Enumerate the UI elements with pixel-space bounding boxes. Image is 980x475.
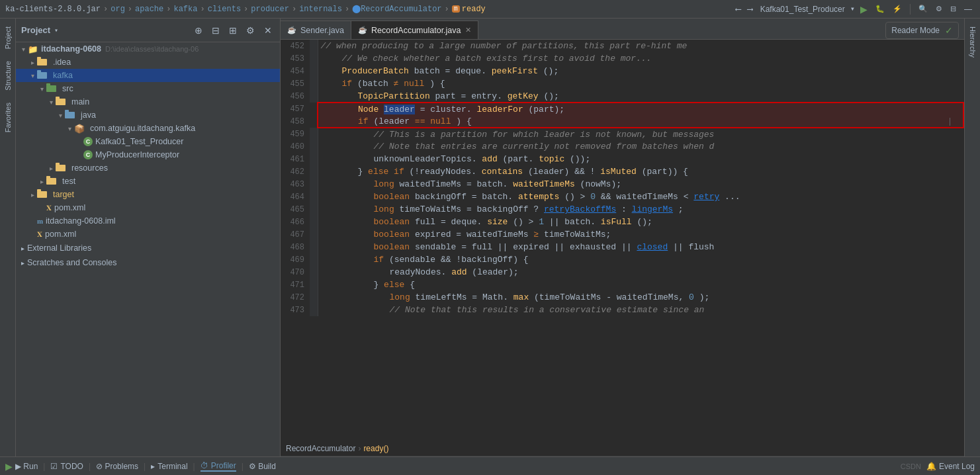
status-problems[interactable]: ⊘ Problems xyxy=(96,462,138,471)
code-471: } else { xyxy=(318,279,963,291)
breadcrumb-kafka[interactable]: kafka xyxy=(173,5,197,14)
recordacc-tab-close[interactable]: ✕ xyxy=(465,26,471,34)
tree-item-kafka[interactable]: ▾ kafka xyxy=(16,69,280,82)
tab-sender[interactable]: ☕ Sender.java xyxy=(281,21,351,39)
breadcrumb-internals[interactable]: internals xyxy=(299,5,342,14)
line-464: 464 boolean backingOff = batch. attempts… xyxy=(281,191,963,203)
nav-icon-1[interactable]: ⟵ xyxy=(734,4,743,15)
sidebar-settings-button[interactable]: ⚙ xyxy=(244,24,257,37)
coverage-button[interactable]: ⚡ xyxy=(890,3,905,15)
svg-rect-13 xyxy=(46,176,50,179)
code-465: long timeToWaitMs = backingOff ? retryBa… xyxy=(318,203,963,216)
tree-item-root[interactable]: ▾ 📁 itdachang-0608 D:\idea\classes\itdac… xyxy=(16,42,280,56)
code-table: 452 // when producing to a large number … xyxy=(281,40,964,316)
gutter-468 xyxy=(310,241,318,253)
vtab-hierarchy[interactable]: Hierarchy xyxy=(966,21,979,63)
linenum-471: 471 xyxy=(281,279,310,291)
breadcrumb-apache[interactable]: apache xyxy=(135,5,163,14)
tree-item-pom1[interactable]: 𝐗 pom.xml xyxy=(16,201,280,214)
linenum-460: 460 xyxy=(281,140,310,153)
gutter-466 xyxy=(310,216,318,228)
sep8: › xyxy=(445,5,449,14)
breadcrumb-clients[interactable]: clients xyxy=(208,5,241,14)
sidebar-close-button[interactable]: ✕ xyxy=(261,24,275,37)
locate-file-button[interactable]: ⊕ xyxy=(192,24,205,37)
sep7: › xyxy=(345,5,349,14)
arrow-src: ▾ xyxy=(37,85,46,93)
breadcrumb-producer[interactable]: producer xyxy=(251,5,289,14)
gutter-453 xyxy=(310,52,318,65)
status-run-label[interactable]: ▶ Run xyxy=(15,462,38,471)
package-name: com.atguigu.itdachang.kafka xyxy=(90,124,195,133)
reader-mode-popup[interactable]: Reader Mode ✓ xyxy=(885,22,959,39)
sender-tab-label: Sender.java xyxy=(300,26,344,35)
ext-libs-label: External Libraries xyxy=(27,243,91,253)
vtab-favorites[interactable]: Favorites xyxy=(1,97,15,138)
status-event-log[interactable]: 🔔 Event Log xyxy=(926,462,975,471)
nav-method[interactable]: ready() xyxy=(363,444,388,453)
search-button[interactable]: 🔍 xyxy=(916,3,930,15)
tree-item-kafka01[interactable]: C Kafka01_Test_Producer xyxy=(16,135,280,148)
tree-item-idea[interactable]: ▸ .idea xyxy=(16,56,280,69)
status-build[interactable]: ⚙ Build xyxy=(249,462,276,471)
breadcrumb-jar[interactable]: ka-clients-2.8.0.jar xyxy=(5,5,101,14)
run-button[interactable]: ▶ xyxy=(858,3,870,16)
tree-item-main[interactable]: ▾ main xyxy=(16,95,280,108)
tree-item-ext-libs[interactable]: ▸ External Libraries xyxy=(16,241,280,255)
linenum-456: 456 xyxy=(281,90,310,103)
reader-mode-check-icon[interactable]: ✓ xyxy=(945,25,953,36)
svg-rect-14 xyxy=(37,191,47,198)
run-config-label[interactable]: Kafka01_Test_Producer xyxy=(758,5,848,14)
line-466: 466 boolean full = deque. size () > 1 ||… xyxy=(281,216,963,228)
breadcrumb-class[interactable]: RecordAccumulator xyxy=(361,5,441,14)
breadcrumb-right-actions: ⟵ ⟶ Kafka01_Test_Producer ▾ ▶ 🐛 ⚡ 🔍 ⚙ ⊟ … xyxy=(734,3,975,16)
breadcrumb-org[interactable]: org xyxy=(111,5,125,14)
line-457: 457 Node leader = cluster. leaderFor (pa… xyxy=(281,103,963,115)
kafka-module-icon xyxy=(37,70,48,81)
nav-class[interactable]: RecordAccumulator xyxy=(286,444,355,453)
collapse-all-button[interactable]: ⊟ xyxy=(209,24,222,37)
profiler-label: Profiler xyxy=(211,461,236,470)
linenum-455: 455 xyxy=(281,77,310,90)
vtab-structure[interactable]: Structure xyxy=(1,56,15,96)
expand-all-button[interactable]: ⊞ xyxy=(226,24,240,37)
tree-item-test[interactable]: ▸ test xyxy=(16,175,280,188)
debug-button[interactable]: 🐛 xyxy=(873,3,887,15)
profiler-icon: ⏱ xyxy=(200,461,208,470)
editor-area: ☕ Sender.java ☕ RecordAccumulator.java ✕… xyxy=(281,19,964,456)
minimize-button[interactable]: — xyxy=(961,3,975,15)
tree-item-java[interactable]: ▾ java xyxy=(16,108,280,122)
status-terminal[interactable]: ▸ Terminal xyxy=(151,462,187,471)
arrow-root: ▾ xyxy=(19,46,28,53)
nav-icon-2[interactable]: ⟶ xyxy=(746,4,755,15)
svg-rect-11 xyxy=(56,163,60,165)
xml-icon-pom2: 𝐗 xyxy=(37,230,42,239)
tree-item-target[interactable]: ▸ target xyxy=(16,188,280,201)
status-profiler[interactable]: ⏱ Profiler xyxy=(200,461,236,472)
project-dropdown-icon[interactable]: ▾ xyxy=(54,26,58,34)
linenum-454: 454 xyxy=(281,65,310,77)
line-455: 455 if (batch ≠ null ) { xyxy=(281,77,963,90)
tree-item-src[interactable]: ▾ src xyxy=(16,82,280,95)
gutter-470 xyxy=(310,266,318,279)
tree-item-interceptor[interactable]: C MyProducerInterceptor xyxy=(16,148,280,161)
breadcrumb-method[interactable]: ready xyxy=(462,5,486,14)
package-icon: 📦 xyxy=(74,124,85,134)
tab-recordaccumulator[interactable]: ☕ RecordAccumulator.java ✕ xyxy=(351,21,478,39)
vtab-project[interactable]: Project xyxy=(1,21,15,54)
tree-item-pom2[interactable]: 𝐗 pom.xml xyxy=(16,228,280,241)
breadcrumb-method-icon: m xyxy=(452,5,460,13)
code-content[interactable]: 452 // when producing to a large number … xyxy=(281,40,964,441)
tree-item-resources[interactable]: ▸ resources xyxy=(16,161,280,175)
settings-button[interactable]: ⚙ xyxy=(933,3,945,15)
config-dropdown-icon[interactable]: ▾ xyxy=(850,4,855,14)
layout-button[interactable]: ⊟ xyxy=(948,3,959,15)
run-status-button[interactable]: ▶ xyxy=(5,461,13,472)
status-bar: ▶ ▶ Run | ☑ TODO | ⊘ Problems | ▸ Termin… xyxy=(0,456,980,475)
code-468: boolean sendable = full || expired || ex… xyxy=(318,241,963,253)
tree-item-scratches[interactable]: ▸ Scratches and Consoles xyxy=(16,255,280,270)
code-457: Node leader = cluster. leaderFor (part); xyxy=(318,103,963,115)
tree-item-package[interactable]: ▾ 📦 com.atguigu.itdachang.kafka xyxy=(16,122,280,135)
tree-item-iml[interactable]: 𝐦 itdachang-0608.iml xyxy=(16,214,280,228)
status-todo[interactable]: ☑ TODO xyxy=(50,462,83,471)
